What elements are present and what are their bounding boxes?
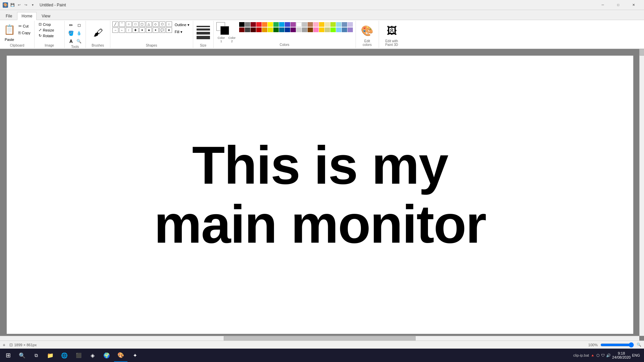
swatch[interactable] [290,22,296,27]
swatch[interactable] [251,27,256,32]
file-explorer-button[interactable]: 📁 [44,349,57,362]
shape-triangle[interactable]: △ [146,21,152,27]
security-icon[interactable]: 🛡 [601,353,605,357]
swatch[interactable] [296,22,302,27]
swatch[interactable] [313,27,319,32]
swatch[interactable] [285,27,290,32]
browser2-button[interactable]: 🌍 [100,349,113,362]
shape-rect[interactable]: □ [132,21,139,27]
swatch[interactable] [325,27,330,32]
copy-button[interactable]: ⎘ Copy [17,30,32,36]
swatch[interactable] [336,27,341,32]
swatch[interactable] [268,27,273,32]
swatch[interactable] [313,22,319,27]
tab-view[interactable]: View [37,12,55,20]
swatch[interactable] [325,22,330,27]
shape-star5[interactable]: ★ [146,27,152,33]
swatch[interactable] [347,27,353,32]
shape-arrow-4way[interactable]: ✚ [132,27,139,33]
brushes-button[interactable]: 🖌 [90,24,106,41]
shape-line[interactable]: ╱ [112,21,118,27]
swatch[interactable] [347,22,353,27]
add-tab-button[interactable]: + [3,342,5,348]
zoom-slider[interactable] [600,342,634,348]
shape-scroll[interactable]: ↕ [166,21,172,27]
swatch[interactable] [330,22,336,27]
shape-callout[interactable]: 💬 [159,27,165,33]
canvas[interactable]: This is my main monitor [7,56,633,334]
fill-dropdown[interactable]: Fill ▾ [173,29,191,35]
search-button[interactable]: 🔍 [15,349,29,362]
swatch[interactable] [308,22,313,27]
outline-dropdown[interactable]: Outline ▾ [173,22,191,28]
swatch[interactable] [302,27,307,32]
scrollbar-h-thumb[interactable] [224,336,416,341]
swatch[interactable] [239,27,245,32]
shape-star6[interactable]: ✶ [153,27,159,33]
shape-oval[interactable]: ○ [126,21,132,27]
eraser-tool[interactable]: ◻ [75,21,83,29]
close-button[interactable]: ✕ [626,0,641,10]
swatch[interactable] [262,22,267,27]
shape-star4[interactable]: ✦ [139,27,145,33]
swatch[interactable] [245,27,250,32]
shape-rounded-rect[interactable]: ▢ [139,21,145,27]
bluetooth-icon[interactable]: ⬡ [596,353,600,358]
shape-arrow-right[interactable]: → [112,27,118,33]
crop-button[interactable]: ⊡ Crop [37,21,62,27]
shape-arrow-up[interactable]: ↑ [126,27,132,33]
swatch[interactable] [279,27,284,32]
size-3[interactable] [197,32,210,35]
swatch[interactable] [285,22,290,27]
swatch[interactable] [319,22,324,27]
swatch[interactable] [273,27,279,32]
swatch[interactable] [290,27,296,32]
start-button[interactable]: ⊞ [1,349,15,362]
paint-button[interactable]: 🎨 [114,349,127,362]
magnify-tool[interactable]: 🔍 [75,38,83,45]
minimize-button[interactable]: ─ [595,0,610,10]
redo-quick-btn[interactable]: ↪ [23,2,29,8]
swatch[interactable] [256,27,262,32]
tab-file[interactable]: File [1,12,16,20]
swatch[interactable] [251,22,256,27]
color-picker-tool[interactable]: 💧 [75,29,83,37]
paste-button[interactable]: 📋 Paste [3,21,16,42]
shape-pentagon[interactable]: ⬠ [159,21,165,27]
scrollbar-vertical[interactable] [639,49,644,336]
swatch[interactable] [342,27,347,32]
network-icon[interactable]: 🔺 [590,353,595,358]
shape-curve[interactable]: ⌒ [119,21,125,27]
edit-colors-button[interactable]: 🎨 [360,23,375,38]
edit-with-paint3d-button[interactable]: 🖼 [384,23,399,38]
rotate-button[interactable]: ↻ Rotate [37,33,62,39]
swatch[interactable] [330,27,336,32]
extra-app-button[interactable]: ✦ [128,349,142,362]
swatch[interactable] [245,22,250,27]
undo-quick-btn[interactable]: ↩ [16,2,22,8]
swatch[interactable] [296,27,302,32]
shape-heart[interactable]: ♥ [166,27,172,33]
swatch[interactable] [256,22,262,27]
swatch[interactable] [336,22,341,27]
volume-icon[interactable]: 🔊 [606,353,611,358]
qa-dropdown-btn[interactable]: ▾ [30,2,36,8]
scrollbar-v-thumb[interactable] [640,49,644,56]
swatch[interactable] [262,27,267,32]
save-quick-btn[interactable]: 💾 [9,2,15,8]
task-view-button[interactable]: ⧉ [30,349,43,362]
scrollbar-horizontal[interactable] [0,336,639,341]
text-tool[interactable]: A [67,38,75,45]
swatch[interactable] [308,27,313,32]
size-2[interactable] [197,28,210,31]
swatch[interactable] [268,22,273,27]
chrome-button[interactable]: 🌐 [58,349,71,362]
terminal-button[interactable]: ⬛ [72,349,85,362]
size-1[interactable] [197,26,210,27]
swatch[interactable] [319,27,324,32]
cut-button[interactable]: ✂ Cut [17,23,32,29]
swatch[interactable] [273,22,279,27]
swatch[interactable] [239,22,245,27]
size-4[interactable] [197,36,210,39]
shape-arrow-left[interactable]: ← [119,27,125,33]
